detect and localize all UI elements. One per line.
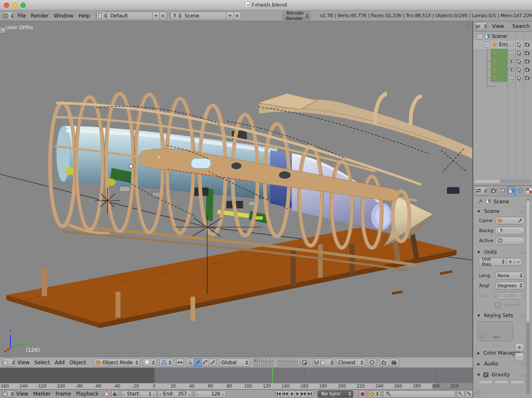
panel-header-units[interactable]: ▼ Units bbox=[473, 248, 532, 256]
panel-header-keying-sets[interactable]: ▼ Keying Sets bbox=[473, 311, 532, 320]
area-resize-grip[interactable] bbox=[465, 23, 472, 29]
panel-header-scene[interactable]: ▼ Scene bbox=[473, 207, 532, 215]
play-button[interactable] bbox=[294, 390, 301, 398]
properties-scrollbar[interactable] bbox=[526, 199, 530, 394]
delete-layout-button[interactable]: × bbox=[159, 12, 167, 20]
preview-range-clock-icon[interactable] bbox=[103, 390, 110, 398]
selectability-cursor-icon[interactable] bbox=[515, 49, 523, 57]
layer-toggle-button[interactable] bbox=[266, 363, 270, 366]
layer-toggle-button[interactable] bbox=[258, 358, 261, 362]
tab-scene[interactable] bbox=[507, 186, 516, 195]
scene-camera-field[interactable] bbox=[495, 217, 525, 225]
current-frame-playhead[interactable] bbox=[272, 368, 273, 383]
renderability-camera-icon[interactable] bbox=[523, 40, 531, 49]
unit-preset-dropdown[interactable]: Unit Pres bbox=[478, 258, 507, 266]
menu-view[interactable]: View bbox=[489, 22, 506, 30]
scene-browse-button[interactable] bbox=[170, 12, 181, 20]
layer-toggle-button[interactable] bbox=[286, 358, 289, 362]
opengl-render-camera-icon[interactable] bbox=[380, 358, 389, 367]
layer-toggle-button[interactable] bbox=[253, 358, 257, 362]
outliner-row[interactable]: ▽ bbox=[473, 65, 532, 74]
menu-search[interactable]: Search bbox=[510, 22, 532, 30]
sync-mode-dropdown[interactable]: No Sync bbox=[318, 390, 353, 398]
gravity-checkbox[interactable] bbox=[483, 372, 489, 378]
panel-header-gravity[interactable]: ▼ Gravity bbox=[473, 370, 532, 379]
next-keyframe-button[interactable] bbox=[301, 390, 307, 398]
opengl-render-animation-icon[interactable] bbox=[389, 358, 399, 367]
manipulate-center-points-button[interactable] bbox=[176, 358, 184, 367]
translate-manipulator-button[interactable] bbox=[194, 358, 202, 367]
timeline-ruler[interactable]: -160-140-120-100-80-60-40-20020406080100… bbox=[0, 383, 473, 389]
auto-keyframe-record-button[interactable] bbox=[359, 390, 366, 398]
renderability-camera-icon[interactable] bbox=[523, 49, 531, 57]
snap-element-dropdown[interactable] bbox=[320, 358, 334, 367]
gravity-y-field[interactable] bbox=[494, 380, 509, 383]
renderability-camera-icon[interactable] bbox=[523, 32, 531, 40]
layer-toggle-button[interactable] bbox=[270, 358, 274, 362]
lock-time-cursor-icon[interactable] bbox=[111, 390, 118, 398]
layout-browse-button[interactable] bbox=[96, 12, 107, 20]
layer-toggle-button[interactable] bbox=[281, 363, 285, 366]
renderability-camera-icon[interactable] bbox=[523, 65, 531, 74]
jump-to-start-button[interactable] bbox=[276, 390, 282, 398]
3d-viewport[interactable]: User Ortho + z y (126) bbox=[0, 21, 473, 357]
lock-to-scene-icon[interactable] bbox=[300, 358, 309, 367]
expand-toggle-icon[interactable]: − bbox=[484, 42, 490, 48]
layer-toggle-button[interactable] bbox=[286, 363, 289, 366]
rotate-manipulator-button[interactable] bbox=[201, 358, 209, 367]
menu-marker[interactable]: Marker bbox=[30, 390, 53, 398]
tab-render-layers[interactable] bbox=[498, 186, 507, 195]
visibility-eye-icon[interactable] bbox=[507, 74, 515, 82]
active-clip-field[interactable] bbox=[495, 237, 525, 245]
transform-orientation-dropdown[interactable]: Global bbox=[219, 358, 250, 367]
play-reverse-button[interactable] bbox=[288, 390, 295, 398]
delete-scene-button[interactable]: × bbox=[233, 12, 241, 20]
keying-sets-list[interactable]: + bbox=[477, 321, 513, 341]
selectability-cursor-icon[interactable] bbox=[515, 32, 523, 40]
menu-select[interactable]: Select bbox=[32, 358, 52, 367]
end-frame-field[interactable]: End:357 bbox=[158, 390, 192, 398]
add-preset-button[interactable]: + bbox=[506, 258, 514, 266]
remove-preset-button[interactable]: − bbox=[514, 258, 522, 266]
add-scene-button[interactable]: + bbox=[226, 12, 234, 20]
menu-view[interactable]: View bbox=[15, 358, 32, 367]
timeline-editor[interactable]: -160-140-120-100-80-60-40-20020406080100… bbox=[0, 368, 473, 389]
manipulator-toggle-axes-icon[interactable] bbox=[186, 358, 194, 367]
menu-object[interactable]: Object bbox=[67, 358, 88, 367]
tab-render[interactable] bbox=[489, 186, 498, 195]
insert-keyframe-button[interactable] bbox=[457, 390, 464, 398]
renderability-camera-icon[interactable] bbox=[523, 74, 531, 82]
layer-toggle-button[interactable] bbox=[294, 358, 298, 362]
add-layout-button[interactable]: + bbox=[152, 12, 160, 20]
previous-keyframe-button[interactable] bbox=[282, 390, 289, 398]
snap-target-dropdown[interactable]: Closest bbox=[336, 358, 365, 367]
pivot-point-dropdown[interactable] bbox=[159, 358, 173, 367]
remove-keying-set-button[interactable]: − bbox=[515, 353, 524, 361]
layer-toggle-button[interactable] bbox=[270, 363, 274, 366]
layer-toggle-button[interactable] bbox=[266, 358, 270, 362]
render-engine-dropdown[interactable]: Blender Render bbox=[283, 12, 311, 20]
editor-type-button[interactable] bbox=[3, 12, 14, 20]
editor-type-button[interactable] bbox=[475, 22, 487, 30]
selectability-cursor-icon[interactable] bbox=[515, 40, 523, 49]
layer-toggle-button[interactable] bbox=[290, 358, 294, 362]
menu-playback[interactable]: Playback bbox=[73, 390, 101, 398]
unit-scale-slider[interactable]: 1.000 bbox=[495, 292, 525, 300]
selectability-cursor-icon[interactable] bbox=[515, 57, 523, 65]
jump-to-end-button[interactable] bbox=[307, 390, 314, 398]
selectability-cursor-icon[interactable] bbox=[515, 74, 523, 82]
angle-dropdown[interactable]: Degrees bbox=[495, 282, 525, 290]
menu-file[interactable]: File bbox=[15, 12, 28, 20]
active-keying-set-field[interactable] bbox=[383, 390, 455, 398]
renderability-camera-icon[interactable] bbox=[523, 57, 531, 65]
layer-toggle-button[interactable] bbox=[262, 363, 266, 366]
menu-add[interactable]: Add bbox=[53, 358, 67, 367]
layer-toggle-button[interactable] bbox=[253, 363, 257, 366]
outliner-horizontal-scrollbar[interactable] bbox=[474, 179, 532, 183]
layer-toggle-button[interactable] bbox=[277, 358, 281, 362]
area-resize-grip[interactable] bbox=[466, 369, 472, 375]
layer-toggle-button[interactable] bbox=[262, 358, 266, 362]
length-dropdown[interactable]: None bbox=[495, 272, 525, 280]
screen-layout-field[interactable]: Default bbox=[107, 12, 153, 20]
layers-group-2[interactable] bbox=[277, 358, 298, 366]
